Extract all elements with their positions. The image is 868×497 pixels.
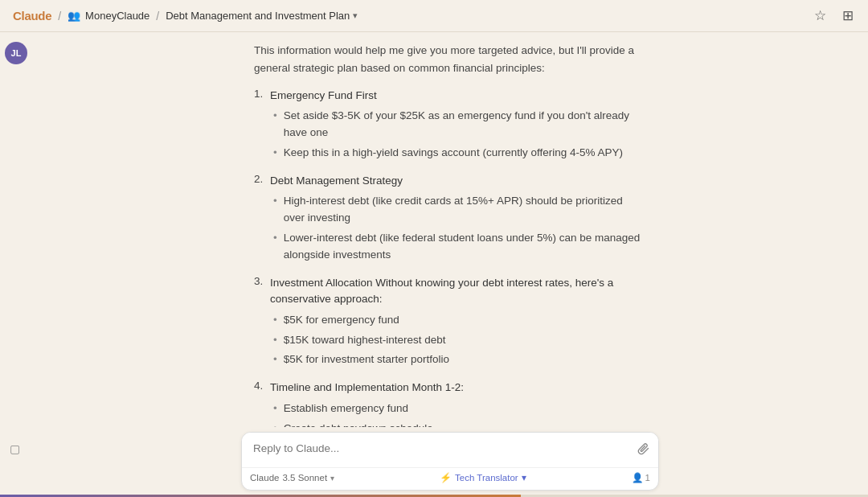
item-title: Emergency Fund First [270,88,646,104]
model-info[interactable]: Claude 3.5 Sonnet ▾ [250,473,334,483]
bullet-item: $5K for emergency fund [270,312,646,329]
left-sidebar: JL [0,32,32,497]
list-item: 1. Emergency Fund First Set aside $3-5K … [254,88,646,165]
bullet-item: $15K toward highest-interest debt [270,332,646,349]
bullet-item: High-interest debt (like credit cards at… [270,193,646,227]
input-area: Claude 3.5 Sonnet ▾ ⚡ Tech Translator ▾ … [32,427,868,497]
tech-chevron: ▾ [522,472,526,483]
users-number: 1 [645,473,650,483]
header-left: Claude / 👥 MoneyClaude / Debt Management… [13,9,358,23]
item-title: Investment Allocation Without knowing yo… [270,275,646,308]
bullet-item: Set aside $3-5K of your $25K as an emerg… [270,108,646,142]
attach-button[interactable] [637,442,650,458]
breadcrumb-separator-2: / [156,10,159,23]
message-content: This information would help me give you … [241,42,659,427]
list-item: 2. Debt Management Strategy High-interes… [254,173,646,267]
bullet-item: Lower-interest debt (like federal studen… [270,230,646,264]
messages-container[interactable]: This information would help me give you … [32,32,868,427]
list-num: 3. [254,275,265,372]
list-num: 2. [254,173,265,267]
input-wrapper: Claude 3.5 Sonnet ▾ ⚡ Tech Translator ▾ … [241,432,659,491]
list-item: 4. Timeline and Implementation Month 1-2… [254,380,646,427]
model-version: 3.5 Sonnet [282,473,327,483]
bullet-item: $5K for investment starter portfolio [270,351,646,368]
users-count: 👤 1 [632,472,650,483]
tech-label: Tech Translator [455,473,518,483]
avatar-initials: JL [11,48,22,58]
project-name-label: MoneyClaude [85,10,149,22]
page-title: Debt Management and Investment Plan ▾ [166,10,358,22]
main-content: JL This information would help me give y… [0,32,868,497]
avatar: JL [5,42,27,64]
tech-translator[interactable]: ⚡ Tech Translator ▾ [440,472,526,483]
header: Claude / 👥 MoneyClaude / Debt Management… [0,0,868,32]
page-title-chevron: ▾ [353,10,358,21]
star-button[interactable]: ☆ [813,6,828,26]
item-content: Timeline and Implementation Month 1-2: E… [270,380,646,427]
reply-input[interactable] [242,433,658,464]
bullet-list: High-interest debt (like credit cards at… [270,193,646,264]
input-footer: Claude 3.5 Sonnet ▾ ⚡ Tech Translator ▾ … [242,467,658,490]
item-title: Timeline and Implementation Month 1-2: [270,380,646,396]
sidebar-bottom[interactable]: ▢ [10,442,20,455]
attach-icon [637,444,650,458]
list-item: 3. Investment Allocation Without knowing… [254,275,646,372]
users-icon: 👥 [68,10,80,22]
bullet-list: Establish emergency fund Create debt pay… [270,400,646,427]
star-icon: ☆ [814,8,826,23]
page-title-label: Debt Management and Investment Plan [166,10,350,22]
header-actions: ☆ ⊞ [813,6,855,26]
item-content: Emergency Fund First Set aside $3-5K of … [270,88,646,165]
item-content: Debt Management Strategy High-interest d… [270,173,646,267]
item-title: Debt Management Strategy [270,173,646,189]
bullet-item: Keep this in a high-yield savings accoun… [270,145,646,162]
settings-icon: ⊞ [842,8,854,23]
project-name[interactable]: MoneyClaude [85,10,149,22]
list-num: 1. [254,88,265,165]
model-chevron: ▾ [330,474,334,483]
intro-text: This information would help me give you … [254,42,646,76]
chat-area: This information would help me give you … [32,32,868,497]
model-name: Claude [250,473,279,483]
logo[interactable]: Claude [13,9,51,23]
bullet-item: Create debt paydown schedule [270,421,646,427]
list-num: 4. [254,380,265,427]
users-icon: 👤 [632,472,643,483]
bullet-item: Establish emergency fund [270,400,646,417]
sidebar-bottom-icon: ▢ [10,442,20,455]
item-content: Investment Allocation Without knowing yo… [270,275,646,372]
breadcrumb-separator: / [58,10,61,23]
settings-button[interactable]: ⊞ [841,6,855,26]
bullet-list: Set aside $3-5K of your $25K as an emerg… [270,108,646,162]
numbered-list: 1. Emergency Fund First Set aside $3-5K … [254,88,646,427]
tech-icon: ⚡ [440,472,452,483]
input-top [242,433,658,467]
bullet-list: $5K for emergency fund $15K toward highe… [270,312,646,369]
